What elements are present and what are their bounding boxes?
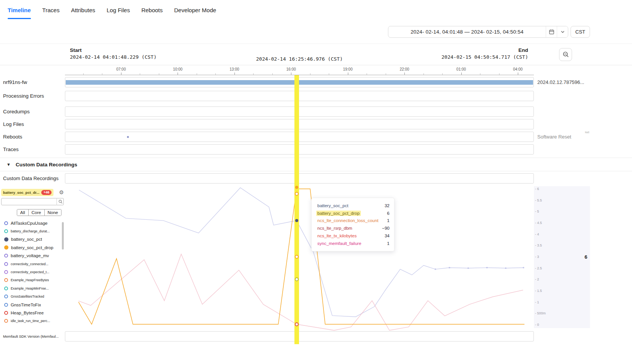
chart-tooltip: battery_soc_pct32battery_soc_pct_drop6nc… — [311, 198, 394, 251]
row-label: Reboots — [0, 134, 65, 140]
metric-item-battery-soc-pct-drop[interactable]: battery_soc_pct_drop — [0, 243, 65, 251]
metric-label: Heap_BytesFree — [11, 311, 44, 315]
tab-reboots[interactable]: Reboots — [141, 0, 163, 20]
series-battery-soc-pct-drop — [79, 189, 525, 324]
reboots-track[interactable] — [65, 132, 534, 142]
row-annotation — [534, 105, 632, 118]
timeline-row-coredumps: Coredumps — [0, 105, 632, 118]
chevron-down-icon — [561, 30, 565, 34]
magnifier-icon — [58, 200, 63, 204]
axis-tick-minor — [499, 73, 499, 75]
y-axis-tick-label: - 2 — [535, 277, 539, 281]
metric-item-idle-task-run-time-perc[interactable]: idle_task_run_time_perc... — [0, 317, 65, 325]
metric-item-connectivity-connected[interactable]: connectivity_connected... — [0, 260, 65, 268]
row-label: Coredumps — [0, 109, 65, 114]
axis-tick-minor — [480, 73, 480, 75]
filter-none-button[interactable]: None — [44, 209, 61, 216]
right-margin — [590, 186, 632, 328]
timezone-button[interactable]: CST — [571, 26, 590, 38]
tooltip-metric-name: battery_soc_pct — [316, 203, 349, 208]
sdk-version-track[interactable] — [65, 331, 534, 341]
daterange-value[interactable]: 2024- 02-14, 04:01:48 — 2024- 02-15, 04:… — [388, 26, 546, 37]
axis-tick-minor — [253, 73, 254, 75]
axis-tick-major — [348, 72, 348, 75]
metric-item-battery-voltage-mv[interactable]: battery_voltage_mv — [0, 252, 65, 260]
calendar-button[interactable] — [546, 26, 557, 37]
y-axis-tick-label: - 2.5 — [535, 266, 542, 270]
tab-traces[interactable]: Traces — [42, 0, 60, 20]
processing-errors-track[interactable] — [65, 91, 534, 101]
y-axis-tick-label: - 5 — [535, 209, 539, 213]
row-label: Log Files — [0, 121, 65, 127]
y-axis-tick-label: - 5.5 — [535, 198, 542, 202]
row-annotation — [534, 118, 632, 130]
reboot-event-marker[interactable] — [127, 136, 129, 138]
metric-search-input[interactable] — [1, 198, 64, 205]
metric-item-gnsssatellitestracked[interactable]: GnssSatellitesTracked — [0, 293, 65, 301]
y-axis-tick-label: - 0 — [535, 323, 539, 327]
tab-timeline[interactable]: Timeline — [8, 0, 31, 20]
chip-count-badge: +46 — [41, 190, 52, 195]
tab-attributes[interactable]: Attributes — [71, 0, 95, 20]
daterange-presets-button[interactable] — [557, 26, 568, 37]
cursor-marker — [295, 277, 299, 281]
tab-log-files[interactable]: Log Files — [107, 0, 130, 20]
metric-item-gnsstimetofix[interactable]: GnssTimeToFix — [0, 301, 65, 309]
gear-icon[interactable]: ⚙ — [59, 189, 64, 195]
nrf91ns-fw-track[interactable] — [65, 77, 534, 87]
metric-item-battery-discharge-durat[interactable]: battery_discharge_durat... — [0, 227, 65, 235]
row-annotation — [534, 143, 632, 156]
timeline-cursor[interactable] — [294, 75, 299, 344]
search-icon[interactable] — [57, 198, 64, 205]
section-custom-data-recordings[interactable]: ▼ Custom Data Recordings — [0, 158, 632, 171]
zoom-out-button[interactable] — [559, 48, 572, 61]
cursor-marker — [295, 219, 298, 222]
metric-item-example-heapfreebytes[interactable]: Example_HeapFreeBytes — [0, 276, 65, 284]
metric-label: Example_HeapMinFree... — [11, 287, 49, 290]
metric-filters: AllCoreNone — [1, 209, 64, 216]
chart-y-axis: 6 - 6- 5.5- 5- 4.5- 4- 3.5- 3- 2.5- 2- 1… — [534, 186, 590, 328]
axis-tick-major — [461, 72, 462, 75]
timeline-rows: nrf91ns-fw2024.02.12.787596...Processing… — [0, 75, 632, 156]
y-axis-tick-label: - 4.5 — [535, 221, 542, 225]
metric-color-dot — [4, 287, 8, 290]
traces-track[interactable] — [65, 144, 534, 155]
metric-color-dot — [4, 303, 8, 307]
metric-item-alltaskscpuusage[interactable]: AllTasksCpuUsage — [0, 219, 65, 227]
series-point — [467, 267, 469, 269]
row-annotation: 2024.02.12.787596... — [534, 75, 632, 89]
metric-item-example-heapminfree[interactable]: Example_HeapMinFree... — [0, 284, 65, 292]
selected-metric-chip-row: battery_soc_pct_dr... +46 ⚙ — [0, 188, 65, 196]
metric-color-dot — [4, 311, 8, 315]
log-files-track[interactable] — [65, 119, 534, 129]
row-track-wrap — [65, 106, 534, 117]
tooltip-metric-value: 6 — [387, 211, 390, 216]
chart-plot-area[interactable]: battery_soc_pct32battery_soc_pct_drop6nc… — [65, 186, 534, 328]
metrics-chart — [65, 186, 534, 328]
axis-tick-minor — [386, 73, 386, 75]
custom-data-recordings-track[interactable] — [65, 173, 534, 184]
axis-tick-major — [404, 72, 405, 75]
tooltip-row: battery_soc_pct_drop6 — [316, 209, 390, 217]
start-time: 2024-02-14 04:01:48.229 (CST) — [70, 54, 157, 60]
y-axis-tick-label: - 4 — [535, 232, 539, 236]
metric-item-battery-soc-pct[interactable]: battery_soc_pct — [0, 235, 65, 243]
metric-label: battery_discharge_durat... — [11, 229, 50, 233]
metric-item-heap-bytesfree[interactable]: Heap_BytesFree — [0, 309, 65, 317]
tooltip-row: ncs_lte_rsrp_dbm−90 — [316, 224, 390, 232]
axis-tick-label: 07:00 — [116, 67, 126, 71]
axis-tick-minor — [329, 73, 329, 75]
selected-metric-chip[interactable]: battery_soc_pct_dr... +46 — [1, 189, 53, 196]
metric-item-connectivity-expected-t[interactable]: connectivity_expected_t... — [0, 268, 65, 276]
series-point — [505, 267, 506, 269]
axis-tick-label: 16:00 — [286, 67, 296, 71]
tab-developer-mode[interactable]: Developer Mode — [174, 0, 216, 20]
metric-list-scrollbar[interactable] — [62, 222, 64, 250]
filter-all-button[interactable]: All — [17, 209, 28, 216]
axis-tick-label: 13:00 — [230, 67, 239, 71]
metric-color-dot — [4, 237, 8, 242]
coredumps-track[interactable] — [65, 106, 534, 117]
metric-color-dot — [4, 270, 8, 274]
filter-core-button[interactable]: Core — [28, 209, 44, 216]
row-track-wrap — [65, 173, 534, 184]
